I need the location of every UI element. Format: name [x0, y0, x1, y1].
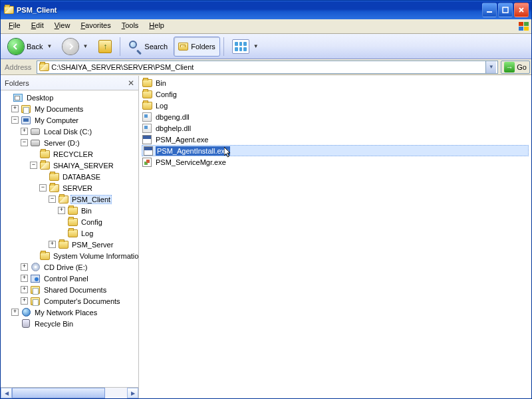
svg-rect-2: [519, 22, 523, 26]
folder-tree[interactable]: Desktop +My Documents −My Computer +Loca…: [1, 90, 138, 387]
file-item[interactable]: PSM_AgentInstall.exe: [142, 145, 529, 156]
tree-node-mydocs[interactable]: +My Documents: [2, 103, 138, 114]
folders-icon: [178, 43, 188, 51]
folders-button[interactable]: Folders: [174, 37, 220, 57]
address-field[interactable]: ▼: [37, 61, 498, 74]
tree-node-mycomp[interactable]: −My Computer: [2, 114, 138, 126]
tree-node-config[interactable]: Config: [2, 216, 138, 227]
up-button[interactable]: [94, 37, 116, 57]
windows-flag-icon: [518, 21, 530, 33]
tree-node-desktop[interactable]: Desktop: [2, 92, 138, 103]
menu-help[interactable]: Help: [144, 19, 170, 33]
search-icon: [128, 40, 142, 53]
go-button[interactable]: → Go: [501, 61, 530, 74]
back-button[interactable]: Back ▼: [3, 37, 57, 57]
tree-node-serverd[interactable]: −Server (D:): [2, 137, 138, 148]
tree-hscroll[interactable]: ◀ ▶: [1, 387, 138, 398]
dll-icon: [142, 112, 152, 122]
back-label: Back: [27, 43, 43, 51]
tree-node-localc[interactable]: +Local Disk (C:): [2, 126, 138, 137]
views-button[interactable]: ▼: [227, 37, 263, 57]
menu-file[interactable]: File: [3, 19, 26, 33]
tree-node-psmclient[interactable]: −PSM_Client: [2, 194, 138, 205]
tree-node-ctrlpanel[interactable]: +Control Panel: [2, 273, 138, 284]
folder-icon: [142, 78, 152, 88]
tree-node-recycler[interactable]: RECYCLER: [2, 148, 138, 160]
forward-dropdown[interactable]: ▼: [82, 43, 88, 49]
exe-icon: [143, 146, 154, 156]
file-item[interactable]: dbgeng.dll: [142, 111, 529, 122]
menu-view[interactable]: View: [49, 19, 76, 33]
file-name: Config: [154, 90, 178, 99]
tree-node-bin[interactable]: +Bin: [2, 205, 138, 216]
tree-node-server[interactable]: −SERVER: [2, 182, 138, 194]
menu-favorites[interactable]: Favorites: [75, 19, 116, 33]
go-label: Go: [517, 63, 527, 71]
file-name: dbgeng.dll: [154, 112, 191, 122]
tree-node-database[interactable]: DATABASE: [2, 171, 138, 182]
forward-icon: [63, 39, 78, 55]
folder-icon: [39, 63, 49, 72]
file-name: Log: [154, 101, 169, 110]
file-name: dbghelp.dll: [154, 124, 192, 133]
address-dropdown[interactable]: ▼: [485, 61, 496, 73]
svg-rect-1: [503, 7, 508, 13]
toolbar: Back ▼ ▼ Search Folders ▼: [1, 34, 531, 59]
window-title: PSM_Client: [17, 6, 482, 14]
close-button[interactable]: [514, 3, 529, 17]
views-icon: [232, 39, 249, 54]
search-button[interactable]: Search: [124, 37, 172, 57]
up-icon: [98, 40, 112, 53]
svg-rect-5: [524, 27, 529, 31]
file-name: Bin: [154, 78, 168, 88]
menu-tools[interactable]: Tools: [116, 19, 144, 33]
folders-pane-title: Folders: [5, 79, 29, 87]
file-item[interactable]: dbghelp.dll: [142, 122, 529, 134]
folder-icon: [3, 5, 14, 15]
folder-icon: [142, 100, 152, 111]
folders-pane-close[interactable]: ✕: [128, 78, 134, 88]
toolbar-separator: [120, 37, 120, 56]
tree-node-shareddocs[interactable]: +Shared Documents: [2, 284, 138, 295]
file-name: PSM_Agent.exe: [154, 135, 210, 144]
tree-node-sysvol[interactable]: System Volume Information: [2, 250, 138, 261]
tree-node-psmserver[interactable]: +PSM_Server: [2, 239, 138, 250]
exe-icon: [142, 157, 152, 168]
file-item[interactable]: Config: [142, 88, 529, 100]
tree-node-shaiya[interactable]: −SHAIYA_SERVER: [2, 160, 138, 171]
file-list[interactable]: BinConfigLogdbgeng.dlldbghelp.dllPSM_Age…: [139, 76, 531, 398]
tree-node-recyclebin[interactable]: Recycle Bin: [2, 318, 138, 329]
svg-rect-0: [487, 11, 492, 13]
address-bar: Address ▼ → Go: [1, 59, 531, 75]
maximize-button[interactable]: [498, 3, 513, 17]
folders-pane-header: Folders ✕: [1, 76, 138, 90]
folders-pane: Folders ✕ Desktop +My Documents −My Comp…: [1, 76, 139, 398]
address-label: Address: [2, 63, 34, 71]
folders-label: Folders: [191, 43, 215, 51]
file-item[interactable]: PSM_ServiceMgr.exe: [142, 156, 529, 168]
file-name: PSM_ServiceMgr.exe: [154, 158, 227, 167]
tree-node-netplaces[interactable]: +My Network Places: [2, 307, 138, 318]
scroll-left-button[interactable]: ◀: [1, 388, 12, 398]
tree-node-log[interactable]: Log: [2, 227, 138, 239]
dll-icon: [142, 123, 152, 134]
scroll-thumb[interactable]: [12, 388, 105, 398]
minimize-button[interactable]: [482, 3, 497, 17]
svg-rect-3: [524, 22, 529, 26]
go-icon: →: [504, 62, 515, 72]
scroll-right-button[interactable]: ▶: [127, 388, 138, 398]
tree-node-compdocs[interactable]: +Computer's Documents: [2, 295, 138, 307]
menu-edit[interactable]: Edit: [26, 19, 49, 33]
back-dropdown[interactable]: ▼: [47, 43, 52, 49]
file-item[interactable]: Log: [142, 100, 529, 111]
address-input[interactable]: [51, 63, 485, 71]
exe-icon: [142, 134, 152, 145]
file-item[interactable]: PSM_Agent.exe: [142, 134, 529, 145]
forward-button[interactable]: ▼: [58, 37, 92, 57]
file-item[interactable]: Bin: [142, 77, 529, 88]
tree-node-cddrive[interactable]: +CD Drive (E:): [2, 261, 138, 273]
toolbar-separator: [223, 37, 224, 56]
title-bar[interactable]: PSM_Client: [1, 1, 531, 19]
scroll-track[interactable]: [12, 388, 127, 398]
views-dropdown[interactable]: ▼: [253, 43, 259, 49]
